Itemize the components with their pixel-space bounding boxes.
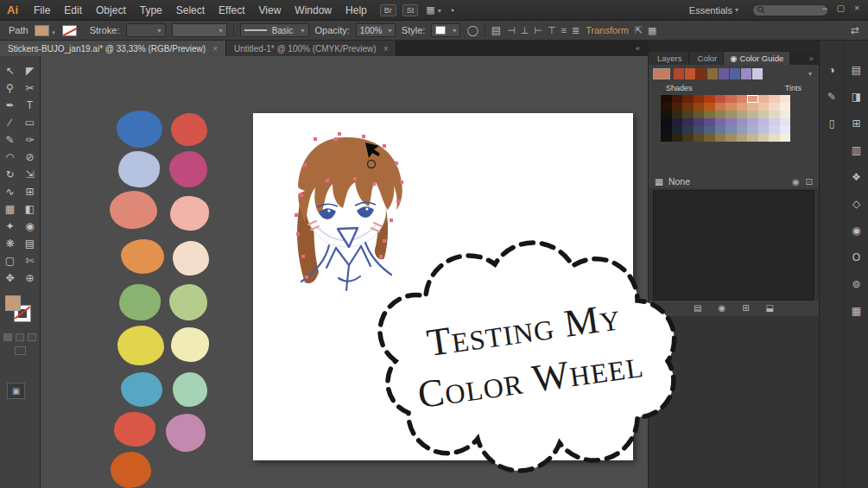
color-guide-swatch[interactable] — [704, 103, 715, 111]
color-guide-swatch[interactable] — [715, 134, 726, 142]
color-guide-swatch[interactable] — [704, 118, 715, 126]
color-guide-swatch[interactable] — [747, 134, 758, 142]
align-button[interactable]: ⊢ — [534, 25, 542, 36]
harmony-swatch[interactable] — [707, 68, 718, 79]
color-guide-swatch[interactable] — [737, 103, 748, 111]
align-button[interactable]: ⊣ — [507, 25, 516, 36]
align-button[interactable]: ≡ — [561, 25, 567, 36]
none-row-icon[interactable]: ◉ — [792, 177, 800, 187]
menu-item[interactable]: Edit — [57, 2, 89, 19]
harmony-swatch[interactable] — [719, 68, 729, 79]
color-guide-swatch[interactable] — [758, 134, 770, 142]
harmony-swatch[interactable] — [674, 68, 684, 79]
color-guide-swatch[interactable] — [747, 103, 758, 111]
transform-link[interactable]: Transform — [586, 25, 629, 35]
harmony-swatch[interactable] — [696, 68, 706, 79]
color-guide-swatch[interactable] — [694, 111, 705, 118]
harmony-swatch[interactable] — [741, 68, 751, 79]
color-blob[interactable] — [171, 113, 207, 146]
color-guide-swatch[interactable] — [672, 111, 683, 118]
color-guide-swatch[interactable] — [672, 95, 683, 103]
color-guide-swatch[interactable] — [737, 111, 748, 118]
tool-button[interactable]: ◧ — [21, 200, 40, 218]
color-guide-swatch[interactable] — [661, 95, 672, 103]
color-blob[interactable] — [117, 111, 162, 148]
menu-item[interactable]: Window — [288, 2, 339, 19]
window-control-button[interactable]: ▢ — [837, 3, 845, 13]
color-blob[interactable] — [169, 284, 207, 320]
tool-button[interactable]: ▤ — [21, 235, 40, 252]
color-guide-swatch[interactable] — [704, 95, 715, 103]
screen-mode-button[interactable] — [15, 346, 26, 355]
color-blob[interactable] — [111, 452, 151, 488]
align-button[interactable]: ≣ — [572, 25, 580, 36]
color-blob[interactable] — [166, 414, 206, 452]
color-guide-swatch[interactable] — [704, 126, 715, 134]
dock-panel-icon[interactable]: ▥ — [848, 143, 865, 157]
tool-button[interactable]: ⊕ — [21, 269, 40, 287]
variable-width-dropdown[interactable]: ▾ — [172, 23, 227, 37]
color-blob[interactable] — [173, 241, 209, 276]
color-guide-swatch[interactable] — [694, 118, 705, 126]
dock-panel-icon[interactable]: ⊞ — [848, 117, 865, 130]
color-guide-swatch[interactable] — [737, 126, 748, 134]
color-blob[interactable] — [114, 412, 155, 447]
tool-button[interactable]: ✥ — [1, 269, 20, 287]
tool-button[interactable]: ∿ — [1, 183, 20, 200]
tool-button[interactable]: ↻ — [1, 166, 20, 183]
color-blob[interactable] — [169, 151, 207, 187]
color-guide-swatch[interactable] — [694, 95, 705, 103]
tool-button[interactable]: ⚲ — [1, 79, 20, 97]
fill-indicator[interactable] — [5, 295, 21, 311]
menu-item[interactable]: Select — [169, 2, 212, 19]
draw-inside-button[interactable] — [28, 333, 36, 341]
color-guide-swatch[interactable] — [682, 134, 694, 142]
tool-button[interactable]: ▭ — [21, 114, 40, 131]
quick-launch-button[interactable]: Br — [380, 4, 396, 16]
tool-button[interactable]: ⇲ — [21, 166, 40, 183]
menu-item[interactable]: View — [252, 2, 288, 19]
color-guide-swatch[interactable] — [672, 118, 683, 126]
color-guide-swatch[interactable] — [725, 111, 737, 118]
tool-button[interactable]: ❋ — [1, 235, 20, 252]
draw-normal-button[interactable] — [3, 333, 12, 341]
tool-button[interactable]: ✑ — [21, 131, 40, 149]
color-guide-swatch[interactable] — [661, 111, 672, 118]
dock-panel-icon[interactable]: ⊚ — [848, 277, 865, 291]
align-button[interactable]: ⊥ — [521, 25, 529, 36]
menu-item[interactable]: Effect — [212, 2, 251, 19]
align-button[interactable]: ⊤ — [548, 25, 556, 36]
transform-icon[interactable]: ⇱ — [635, 25, 643, 36]
color-guide-swatch[interactable] — [661, 134, 672, 142]
color-blob[interactable] — [170, 196, 209, 231]
color-blob[interactable] — [121, 239, 164, 274]
dock-panel-icon[interactable]: ◨ — [848, 90, 865, 104]
color-guide-footer-icon[interactable]: ⊞ — [742, 303, 749, 313]
panel-tab[interactable]: ◉ Color Guide — [724, 52, 790, 65]
color-guide-swatch[interactable] — [769, 111, 780, 118]
color-guide-swatch[interactable] — [661, 103, 672, 111]
dock-panel-icon[interactable]: ❖ — [848, 170, 865, 184]
color-guide-swatch[interactable] — [682, 118, 694, 126]
dock-panel-icon[interactable]: ▦ — [848, 304, 865, 318]
color-guide-swatch[interactable] — [780, 118, 791, 126]
color-guide-swatch[interactable] — [715, 103, 726, 111]
color-guide-swatch[interactable] — [672, 103, 683, 111]
tool-button[interactable]: ◠ — [1, 149, 20, 166]
harmony-dropdown-icon[interactable]: ▾ — [808, 70, 814, 78]
color-guide-swatch[interactable] — [704, 111, 715, 118]
color-guide-swatch[interactable] — [725, 126, 737, 134]
tool-button[interactable]: ✦ — [1, 218, 20, 235]
color-blob[interactable] — [173, 372, 207, 407]
search-input[interactable] — [752, 4, 828, 16]
tool-button[interactable]: ✎ — [1, 131, 20, 149]
color-blob[interactable] — [110, 191, 157, 229]
window-control-button[interactable]: – — [822, 3, 827, 13]
tool-button[interactable]: ◉ — [21, 218, 40, 235]
color-blob[interactable] — [117, 326, 164, 365]
tab-overflow-icon[interactable]: « — [628, 41, 648, 56]
color-guide-swatch[interactable] — [737, 134, 748, 142]
panel-toggle-icon[interactable]: ⇄ — [851, 24, 859, 36]
color-guide-swatch[interactable] — [682, 95, 694, 103]
window-control-button[interactable]: × — [854, 3, 859, 13]
